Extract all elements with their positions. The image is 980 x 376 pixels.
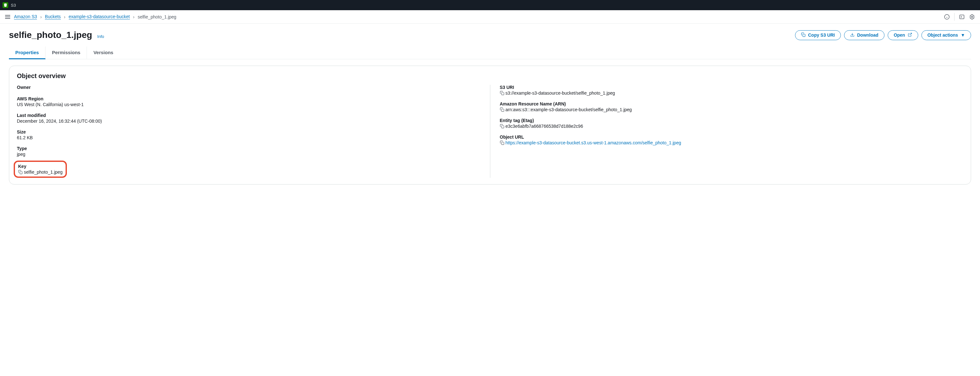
download-button[interactable]: Download [844,30,885,40]
object-actions-label: Object actions [928,32,958,38]
copy-s3-uri-label: Copy S3 URI [808,32,835,38]
overview-heading: Object overview [17,72,963,80]
open-button[interactable]: Open [888,30,918,40]
object-url-label: Object URL [500,134,963,140]
svg-line-8 [910,33,912,35]
key-label: Key [18,164,62,169]
object-overview-panel: Object overview Owner AWS Region US West… [9,65,971,185]
title-row: selfie_photo_1.jpeg Info Copy S3 URI Dow… [9,30,971,40]
key-highlight: Key selfie_photo_1.jpeg [14,161,67,178]
external-link-icon [908,32,912,38]
action-buttons: Copy S3 URI Download Open Object actions… [795,30,971,40]
type-value: jpeg [17,152,480,157]
svg-rect-10 [501,92,504,95]
s3-service-icon [3,2,8,8]
open-label: Open [894,32,905,38]
etag-label: Entity tag (Etag) [500,118,963,123]
caret-down-icon: ▼ [961,32,965,38]
chevron-right-icon: › [64,14,65,19]
s3-uri-label: S3 URI [500,85,963,90]
arn-label: Amazon Resource Name (ARN) [500,101,963,107]
size-label: Size [17,129,480,134]
breadcrumb-amazon-s3[interactable]: Amazon S3 [14,14,37,19]
tab-permissions[interactable]: Permissions [46,46,87,59]
tab-versions[interactable]: Versions [87,46,120,59]
field-object-url: Object URL https://example-s3-datasource… [500,134,963,145]
breadcrumb-buckets[interactable]: Buckets [45,14,61,19]
svg-rect-6 [803,34,805,37]
field-region: AWS Region US West (N. California) us-we… [17,96,480,107]
field-type: Type jpeg [17,146,480,157]
svg-rect-12 [501,126,504,128]
svg-rect-13 [501,142,504,145]
copy-icon[interactable] [18,170,22,174]
console-topbar: S3 [0,0,980,10]
last-modified-value: December 16, 2024, 16:32:44 (UTC-08:00) [17,118,480,124]
field-arn: Amazon Resource Name (ARN) arn:aws:s3:::… [500,101,963,112]
region-value: US West (N. California) us-west-1 [17,102,480,107]
s3-uri-value: s3://example-s3-datasource-bucket/selfie… [506,91,615,96]
key-value: selfie_photo_1.jpeg [24,169,62,175]
region-label: AWS Region [17,96,480,101]
svg-point-5 [971,16,973,18]
nav-toggle-icon[interactable] [5,15,10,19]
info-icon[interactable] [944,14,950,20]
svg-rect-9 [20,171,22,174]
service-name: S3 [11,3,16,8]
divider [954,13,955,21]
type-label: Type [17,146,480,151]
settings-icon[interactable] [969,14,975,20]
field-key: Key selfie_photo_1.jpeg [18,164,62,175]
object-actions-button[interactable]: Object actions ▼ [921,30,971,40]
copy-s3-uri-button[interactable]: Copy S3 URI [795,30,841,40]
last-modified-label: Last modified [17,113,480,118]
breadcrumb-current: selfie_photo_1.jpeg [138,14,176,19]
copy-icon [801,32,805,38]
field-s3-uri: S3 URI s3://example-s3-datasource-bucket… [500,85,963,96]
arn-value: arn:aws:s3:::example-s3-datasource-bucke… [506,107,632,112]
field-size: Size 61.2 KB [17,129,480,140]
overview-left-column: Owner AWS Region US West (N. California)… [17,85,490,178]
copy-icon[interactable] [500,107,504,112]
page-title: selfie_photo_1.jpeg [9,30,92,40]
field-etag: Entity tag (Etag) e3c3e6abfb7a668766538d… [500,118,963,129]
main-content: selfie_photo_1.jpeg Info Copy S3 URI Dow… [0,24,980,191]
size-value: 61.2 KB [17,135,480,140]
field-last-modified: Last modified December 16, 2024, 16:32:4… [17,113,480,124]
copy-icon[interactable] [500,140,504,145]
copy-icon[interactable] [500,91,504,95]
copy-icon[interactable] [500,124,504,128]
svg-rect-11 [501,109,504,112]
cloudshell-icon[interactable] [959,14,965,20]
svg-marker-4 [970,14,974,19]
subheader: Amazon S3 › Buckets › example-s3-datasou… [0,10,980,24]
chevron-right-icon: › [40,14,42,19]
field-owner: Owner [17,85,480,91]
download-label: Download [857,32,878,38]
download-icon [850,32,854,38]
object-url-value[interactable]: https://example-s3-datasource-bucket.s3.… [506,140,681,145]
owner-label: Owner [17,85,480,90]
chevron-right-icon: › [133,14,135,19]
tabs: Properties Permissions Versions [9,46,971,59]
tab-properties[interactable]: Properties [9,46,46,59]
overview-right-column: S3 URI s3://example-s3-datasource-bucket… [490,85,963,178]
info-link[interactable]: Info [97,34,104,39]
breadcrumb: Amazon S3 › Buckets › example-s3-datasou… [14,14,177,19]
breadcrumb-bucket-name[interactable]: example-s3-datasource-bucket [69,14,130,19]
etag-value: e3c3e6abfb7a668766538d7d188e2c96 [506,124,583,129]
